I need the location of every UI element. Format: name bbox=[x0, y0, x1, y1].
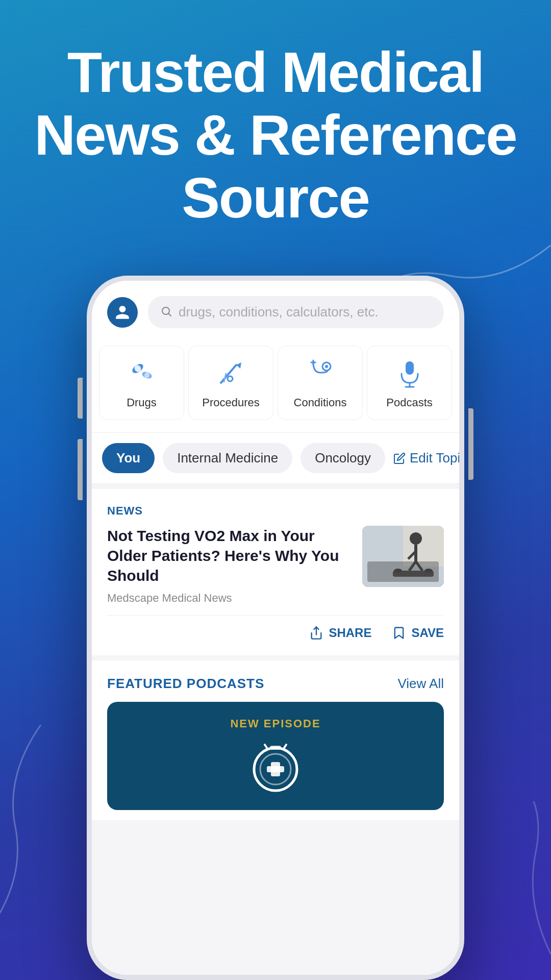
category-drugs-label: Drugs bbox=[127, 396, 157, 409]
podcasts-icon bbox=[393, 356, 426, 389]
svg-point-17 bbox=[410, 532, 422, 545]
news-article[interactable]: Not Testing VO2 Max in Your Older Patien… bbox=[107, 526, 444, 605]
phone-mockup: drugs, conditions, calculators, etc. bbox=[87, 276, 464, 980]
phone-button-volume-down bbox=[78, 439, 83, 500]
search-icon bbox=[160, 305, 172, 320]
hero-section: Trusted Medical News & Reference Source bbox=[0, 0, 551, 250]
news-thumbnail bbox=[362, 526, 444, 587]
podcast-card[interactable]: NEW EPISODE bbox=[107, 702, 444, 810]
svg-rect-22 bbox=[393, 571, 434, 577]
svg-line-21 bbox=[409, 561, 416, 571]
save-icon bbox=[392, 626, 406, 640]
svg-point-23 bbox=[394, 569, 402, 573]
news-title: Not Testing VO2 Max in Your Older Patien… bbox=[107, 526, 352, 585]
news-actions: SHARE SAVE bbox=[107, 615, 444, 640]
drugs-icon bbox=[126, 356, 158, 389]
podcast-card-icon bbox=[247, 739, 304, 795]
news-source: Medscape Medical News bbox=[107, 592, 352, 605]
phone-frame: drugs, conditions, calculators, etc. bbox=[87, 276, 464, 980]
svg-point-6 bbox=[228, 376, 233, 381]
edit-topics-label: Edit Topics bbox=[410, 450, 459, 466]
share-label: SHARE bbox=[329, 626, 371, 640]
svg-line-7 bbox=[224, 374, 226, 382]
news-label: NEWS bbox=[107, 504, 444, 518]
podcasts-section: FEATURED PODCASTS View All NEW EPISODE bbox=[92, 660, 459, 820]
svg-line-32 bbox=[284, 745, 286, 748]
category-podcasts[interactable]: Podcasts bbox=[367, 346, 452, 420]
topic-you-button[interactable]: You bbox=[102, 443, 155, 473]
search-placeholder: drugs, conditions, calculators, etc. bbox=[179, 304, 379, 320]
categories-section: Drugs Procedures bbox=[92, 338, 459, 433]
share-button[interactable]: SHARE bbox=[309, 626, 371, 640]
conditions-icon bbox=[304, 356, 337, 389]
phone-button-power bbox=[468, 408, 473, 480]
edit-topics-button[interactable]: Edit Topics bbox=[393, 450, 459, 466]
topics-row: You Internal Medicine Oncology Edit Topi… bbox=[92, 433, 459, 484]
category-podcasts-label: Podcasts bbox=[386, 396, 433, 409]
category-drugs[interactable]: Drugs bbox=[99, 346, 184, 420]
view-all-button[interactable]: View All bbox=[397, 676, 444, 692]
svg-point-9 bbox=[325, 365, 328, 368]
svg-line-20 bbox=[416, 561, 422, 571]
svg-rect-29 bbox=[267, 766, 284, 772]
save-button[interactable]: SAVE bbox=[392, 626, 444, 640]
phone-screen: drugs, conditions, calculators, etc. bbox=[92, 281, 459, 975]
category-procedures[interactable]: Procedures bbox=[188, 346, 273, 420]
svg-rect-16 bbox=[403, 526, 444, 567]
phone-button-volume-up bbox=[78, 378, 83, 419]
topic-oncology-button[interactable]: Oncology bbox=[300, 443, 385, 473]
news-text: Not Testing VO2 Max in Your Older Patien… bbox=[107, 526, 352, 605]
news-thumbnail-image bbox=[362, 526, 444, 587]
new-episode-label: NEW EPISODE bbox=[230, 717, 320, 730]
svg-rect-30 bbox=[270, 746, 281, 750]
category-conditions-label: Conditions bbox=[294, 396, 347, 409]
procedures-icon bbox=[215, 356, 247, 389]
podcasts-header: FEATURED PODCASTS View All bbox=[107, 676, 444, 692]
search-input-wrapper[interactable]: drugs, conditions, calculators, etc. bbox=[148, 296, 444, 328]
category-procedures-label: Procedures bbox=[202, 396, 260, 409]
share-icon bbox=[309, 626, 323, 640]
category-conditions[interactable]: Conditions bbox=[278, 346, 363, 420]
podcasts-label: FEATURED PODCASTS bbox=[107, 676, 264, 692]
topic-internal-medicine-button[interactable]: Internal Medicine bbox=[163, 443, 292, 473]
svg-point-24 bbox=[424, 569, 433, 573]
svg-line-31 bbox=[265, 745, 267, 748]
svg-rect-12 bbox=[406, 361, 414, 375]
hero-title: Trusted Medical News & Reference Source bbox=[31, 41, 520, 230]
user-icon bbox=[114, 304, 131, 321]
news-section: NEWS Not Testing VO2 Max in Your Older P… bbox=[92, 489, 459, 655]
edit-icon bbox=[393, 452, 406, 464]
user-avatar[interactable] bbox=[107, 297, 138, 328]
search-bar-area: drugs, conditions, calculators, etc. bbox=[92, 281, 459, 338]
save-label: SAVE bbox=[411, 626, 444, 640]
